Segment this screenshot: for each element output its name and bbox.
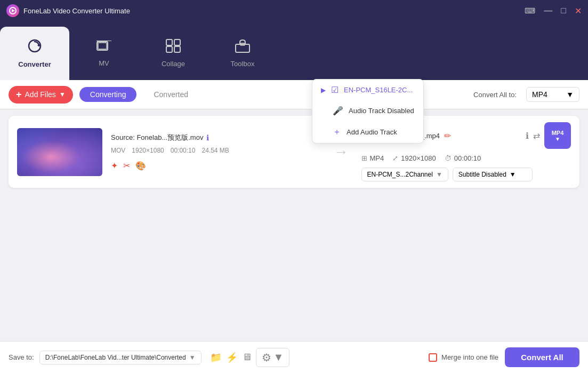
plus-icon: +: [16, 89, 22, 100]
toolbar: + Add Files ▼ Converting Converted Conve…: [0, 80, 588, 109]
enhance-icon[interactable]: ✦: [111, 161, 118, 171]
folder-icon[interactable]: 📁: [210, 352, 222, 363]
format-caret: ▼: [566, 90, 574, 99]
audio-dropdown-menu: ▶ ☑ EN-PCM_S16LE-2C... 🎤 Audio Track Dis…: [312, 79, 424, 144]
cut-icon[interactable]: ✂: [123, 161, 130, 171]
bottom-icons: 📁 ⚡ 🖥 ⚙ ▼: [210, 348, 290, 367]
add-files-label: Add Files: [25, 90, 56, 99]
output-duration: 00:00:10: [454, 154, 481, 162]
format-select[interactable]: MP4 ▼: [526, 87, 579, 102]
format-meta-icon: ⊞: [361, 154, 367, 162]
close-button[interactable]: ✕: [575, 6, 582, 16]
audio-track-label: EN-PCM_S...2Channel: [367, 171, 433, 178]
clock-icon: ⏱: [445, 154, 452, 162]
converting-tab[interactable]: Converting: [79, 87, 137, 102]
collage-icon: [166, 39, 181, 57]
app-title: FoneLab Video Converter Ultimate: [23, 7, 130, 15]
arrow-icon: →: [334, 144, 349, 161]
check-icon: ☑: [331, 85, 339, 95]
subtitle-caret: ▼: [510, 171, 516, 178]
maximize-button[interactable]: □: [561, 6, 566, 15]
output-meta: ⊞ MP4 ⤢ 1920×1080 ⏱ 00:00:10: [361, 154, 571, 162]
output-format-meta: ⊞ MP4: [361, 154, 384, 162]
settings-icon[interactable]: ⇄: [533, 131, 540, 141]
tab-converter-label: Converter: [18, 60, 51, 68]
format-badge[interactable]: MP4 ▼: [544, 122, 571, 149]
keyboard-icon[interactable]: ⌨: [525, 6, 535, 15]
converted-tab[interactable]: Converted: [143, 87, 199, 102]
edit-icon[interactable]: ✏: [444, 131, 451, 141]
dropdown-track1-label: EN-PCM_S16LE-2C...: [344, 86, 413, 94]
info-icon-output[interactable]: ℹ: [526, 131, 529, 141]
convert-all-to-label: Convert All to:: [473, 91, 517, 99]
file-format: MOV: [111, 147, 125, 154]
bottom-right: Merge into one file Convert All: [429, 347, 579, 367]
resolution-meta-icon: ⤢: [392, 154, 398, 162]
subtitle-dropdown[interactable]: Subtitle Disabled ▼: [453, 168, 533, 181]
audio-track-caret: ▼: [436, 171, 442, 178]
tab-converter[interactable]: Converter: [0, 27, 69, 80]
settings-button[interactable]: ⚙ ▼: [256, 348, 290, 367]
dropdown-item-track1[interactable]: ▶ ☑ EN-PCM_S16LE-2C...: [312, 80, 423, 100]
svg-marker-1: [12, 9, 15, 12]
dropdown-add-label: Add Audio Track: [347, 128, 397, 136]
title-bar-left: FoneLab Video Converter Ultimate: [6, 4, 130, 17]
info-icon[interactable]: ℹ: [206, 133, 209, 142]
svg-rect-11: [166, 39, 172, 45]
add-files-button[interactable]: + Add Files ▼: [9, 86, 73, 104]
convert-all-button[interactable]: Convert All: [505, 347, 579, 367]
svg-rect-14: [174, 46, 180, 52]
add-track-plus-icon: ＋: [333, 126, 341, 138]
checkbox-box[interactable]: [429, 353, 437, 362]
save-path-value: D:\FoneLab\FoneLab Vid...ter Ultimate\Co…: [45, 354, 186, 361]
screen-icon[interactable]: 🖥: [242, 352, 252, 363]
gear-icon: ⚙: [262, 351, 271, 364]
path-caret: ▼: [189, 354, 196, 361]
converter-icon: [27, 38, 42, 57]
subtitle-label: Subtitle Disabled: [458, 171, 506, 178]
merge-checkbox[interactable]: Merge into one file: [429, 353, 498, 362]
mic-icon: 🎤: [333, 106, 343, 116]
audio-track-dropdown[interactable]: EN-PCM_S...2Channel ▼: [361, 168, 448, 181]
source-label: Source: Fonelab...预览版.mov: [111, 133, 203, 142]
tab-collage-label: Collage: [162, 60, 185, 68]
thumbnail: [17, 128, 102, 176]
svg-rect-5: [98, 43, 107, 49]
play-icon: ▶: [321, 86, 326, 94]
nav-tabs: Converter MV Collage: [0, 21, 588, 80]
title-bar-controls: ⌨ — □ ✕: [525, 6, 582, 16]
svg-rect-12: [174, 39, 180, 45]
minimize-button[interactable]: —: [544, 6, 552, 15]
dropdown-item-add[interactable]: ＋ Add Audio Track: [312, 121, 423, 143]
output-duration-meta: ⏱ 00:00:10: [445, 154, 481, 162]
file-duration: 00:00:10: [171, 147, 196, 154]
format-badge-caret: ▼: [555, 136, 560, 142]
tab-mv[interactable]: MV: [69, 27, 139, 80]
save-path[interactable]: D:\FoneLab\FoneLab Vid...ter Ultimate\Co…: [39, 351, 202, 364]
add-files-caret[interactable]: ▼: [59, 91, 66, 98]
bottom-bar: Save to: D:\FoneLab\FoneLab Vid...ter Ul…: [0, 341, 588, 373]
thumbnail-inner: [17, 128, 102, 176]
tab-collage[interactable]: Collage: [139, 27, 208, 80]
tab-toolbox[interactable]: Toolbox: [208, 27, 277, 80]
format-value: MP4: [532, 90, 547, 99]
flash-off-icon[interactable]: ⚡: [226, 352, 238, 363]
app-icon: [6, 4, 19, 17]
output-right-icons: ℹ ⇄: [526, 131, 540, 141]
tab-toolbox-label: Toolbox: [231, 60, 255, 68]
output-resolution: 1920×1080: [401, 154, 436, 162]
title-bar: FoneLab Video Converter Ultimate ⌨ — □ ✕: [0, 0, 588, 21]
save-to-label: Save to:: [9, 353, 34, 361]
output-controls-row: EN-PCM_S...2Channel ▼ Subtitle Disabled …: [361, 168, 571, 181]
toolbox-icon: [235, 39, 250, 57]
svg-rect-13: [166, 46, 172, 52]
file-info: Source: Fonelab...预览版.mov ℹ MOV 1920×108…: [111, 133, 321, 171]
output-resolution-meta: ⤢ 1920×1080: [392, 154, 436, 162]
dropdown-disabled-label: Audio Track Disabled: [349, 107, 414, 115]
settings-caret: ▼: [273, 351, 284, 363]
file-list: Source: Fonelab...预览版.mov ℹ MOV 1920×108…: [0, 109, 588, 194]
palette-icon[interactable]: 🎨: [135, 161, 146, 171]
file-size: 24.54 MB: [202, 147, 229, 154]
dropdown-item-disabled[interactable]: 🎤 Audio Track Disabled: [312, 100, 423, 121]
file-actions: ✦ ✂ 🎨: [111, 161, 321, 171]
